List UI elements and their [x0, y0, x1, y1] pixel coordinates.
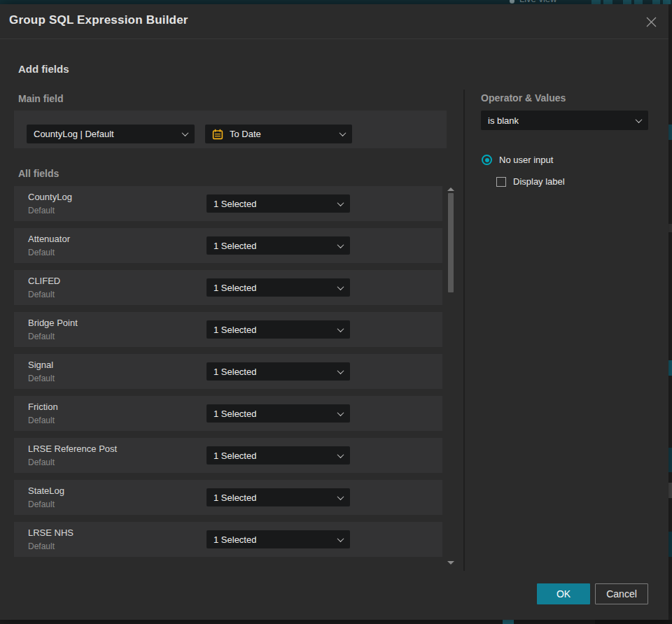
field-selected-dropdown[interactable]: 1 Selected [206, 236, 350, 255]
radio-selected-icon [482, 155, 492, 165]
field-subtitle: Default [28, 416, 55, 425]
chevron-down-icon [337, 367, 344, 374]
chevron-down-icon [337, 241, 344, 248]
add-fields-heading: Add fields [18, 63, 69, 75]
chevron-down-icon [337, 535, 344, 542]
group-sql-expression-builder-dialog: Group SQL Expression Builder Add fields … [0, 4, 668, 620]
dialog-titlebar: Group SQL Expression Builder [0, 4, 668, 39]
chevron-down-icon [182, 129, 189, 136]
field-row: LRSE NHSDefault1 Selected [14, 522, 442, 557]
field-selected-value: 1 Selected [214, 367, 256, 377]
field-selected-value: 1 Selected [214, 325, 256, 335]
field-type-select[interactable]: To Date [205, 125, 352, 143]
operator-values-label: Operator & Values [481, 92, 566, 104]
field-row: FrictionDefault1 Selected [14, 396, 442, 431]
field-selected-value: 1 Selected [214, 492, 256, 503]
field-selected-dropdown[interactable]: 1 Selected [206, 362, 350, 381]
field-name: StateLog [28, 485, 64, 496]
main-field-select[interactable]: CountyLog | Default [27, 125, 195, 143]
chevron-down-icon [337, 451, 344, 458]
field-row: CountyLogDefault1 Selected [14, 186, 442, 221]
main-field-container: CountyLog | Default To Date [14, 111, 447, 148]
field-subtitle: Default [28, 374, 55, 383]
dialog-title: Group SQL Expression Builder [9, 13, 188, 27]
scrollbar-thumb[interactable] [448, 193, 454, 292]
field-selected-dropdown[interactable]: 1 Selected [206, 320, 350, 339]
field-selected-value: 1 Selected [214, 534, 256, 545]
field-selected-value: 1 Selected [214, 199, 256, 209]
chevron-down-icon [337, 325, 344, 332]
field-row: SignalDefault1 Selected [14, 354, 442, 389]
field-row: AttenuatorDefault1 Selected [14, 228, 442, 263]
ok-button[interactable]: OK [537, 583, 590, 604]
live-view-dot-icon [510, 0, 514, 3]
field-name: Attenuator [28, 234, 70, 244]
chevron-down-icon [636, 116, 643, 123]
chevron-down-icon [337, 199, 344, 206]
field-selected-dropdown[interactable]: 1 Selected [206, 194, 350, 213]
field-selected-value: 1 Selected [214, 241, 256, 251]
display-label-checkbox[interactable]: Display label [496, 176, 565, 187]
main-field-select-value: CountyLog | Default [34, 129, 114, 139]
field-selected-dropdown[interactable]: 1 Selected [206, 404, 350, 423]
background-fragment [668, 360, 672, 376]
background-right-sliver [668, 4, 672, 620]
field-row: LRSE Reference PostDefault1 Selected [14, 438, 442, 473]
field-name: Bridge Point [28, 318, 78, 328]
field-name: LRSE NHS [28, 527, 74, 538]
background-fragment [668, 448, 672, 472]
field-name: CountyLog [28, 192, 72, 202]
field-selected-value: 1 Selected [214, 409, 256, 419]
chevron-down-icon [337, 493, 344, 500]
screen: Live view Group SQL Expression Builder [0, 0, 672, 624]
scrollbar-down-arrow-icon[interactable] [447, 561, 454, 565]
chevron-down-icon [340, 129, 346, 136]
field-subtitle: Default [28, 541, 55, 551]
background-fragment [503, 620, 514, 624]
field-row: Bridge PointDefault1 Selected [14, 312, 442, 347]
field-name: Signal [28, 360, 53, 370]
field-selected-dropdown[interactable]: 1 Selected [206, 530, 350, 548]
field-name: LRSE Reference Post [28, 444, 117, 454]
main-field-label: Main field [18, 93, 64, 104]
field-subtitle: Default [28, 458, 55, 467]
background-fragment [668, 125, 672, 140]
field-subtitle: Default [28, 499, 55, 509]
all-fields-label: All fields [18, 168, 59, 179]
field-type-select-value: To Date [230, 129, 261, 139]
field-name: Friction [28, 402, 58, 412]
operator-select[interactable]: is blank [481, 111, 648, 130]
no-user-input-radio[interactable]: No user input [482, 155, 553, 165]
cancel-button[interactable]: Cancel [595, 583, 648, 604]
field-selected-dropdown[interactable]: 1 Selected [206, 446, 350, 465]
field-subtitle: Default [28, 248, 55, 257]
close-button[interactable] [642, 13, 660, 31]
field-subtitle: Default [28, 290, 55, 299]
close-icon [645, 16, 657, 28]
operator-select-value: is blank [488, 115, 519, 126]
calendar-icon [212, 129, 223, 140]
chevron-down-icon [337, 409, 344, 416]
background-fragment [668, 483, 672, 498]
chevron-down-icon [337, 283, 344, 290]
field-selected-value: 1 Selected [214, 451, 256, 461]
field-selected-dropdown[interactable]: 1 Selected [206, 488, 350, 506]
field-name: CLIFED [28, 276, 60, 286]
field-row: StateLogDefault1 Selected [14, 480, 442, 515]
field-subtitle: Default [28, 332, 55, 341]
field-subtitle: Default [28, 206, 55, 215]
field-selected-dropdown[interactable]: 1 Selected [206, 278, 350, 297]
display-label-label: Display label [513, 176, 565, 187]
background-bottom-strip [0, 620, 672, 624]
background-fragment [668, 532, 672, 557]
field-row: CLIFEDDefault1 Selected [14, 270, 442, 305]
no-user-input-label: No user input [499, 155, 553, 165]
background-fragment [668, 224, 672, 232]
checkbox-unchecked-icon [496, 177, 506, 187]
panel-divider [463, 90, 465, 571]
background-fragment [595, 620, 672, 624]
scrollbar-up-arrow-icon[interactable] [447, 187, 454, 191]
field-selected-value: 1 Selected [214, 283, 256, 293]
